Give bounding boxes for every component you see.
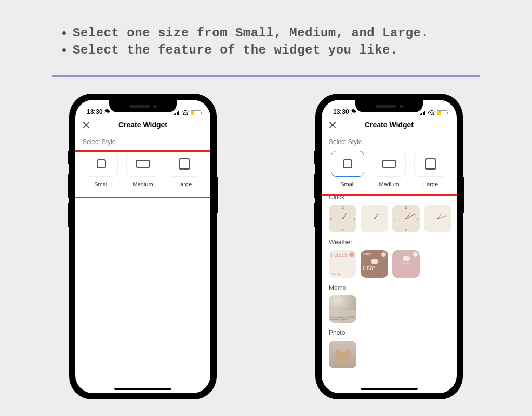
category-label-clock: Clock: [329, 193, 449, 201]
memo-text: Some text here to You like Memories. Enj…: [330, 316, 355, 321]
phone-frame-left: 13:30 Create Widget Select Style: [69, 94, 217, 399]
teddy-bear-icon: [336, 352, 350, 366]
side-button: [314, 174, 315, 198]
select-style-label: Select Style: [83, 138, 203, 146]
weather-widget-1[interactable]: Feb.13 Cloudy: [329, 250, 356, 278]
cellular-icon: [420, 111, 425, 115]
size-option-medium[interactable]: Medium: [370, 151, 408, 187]
category-label-weather: Weather: [329, 239, 449, 246]
home-indicator: [114, 388, 171, 390]
size-label: Small: [340, 181, 355, 187]
side-button: [463, 177, 464, 213]
size-label: Large: [177, 181, 192, 187]
badge-icon: [349, 252, 354, 257]
size-option-small[interactable]: Small: [329, 151, 366, 187]
weather-cond: Cloudy: [331, 272, 354, 276]
side-button: [68, 203, 69, 227]
cellular-icon: [174, 111, 179, 115]
page-title: Create Widget: [118, 121, 167, 129]
instruction-item-1: Select one size from Small, Medium, and …: [73, 26, 475, 40]
select-style-label: Select Style: [329, 138, 449, 146]
size-option-small[interactable]: Small: [83, 151, 120, 187]
side-button: [217, 177, 218, 213]
phone-frame-right: 13:30 Create Widget Select Style: [315, 94, 463, 399]
photo-widget-1[interactable]: [329, 341, 356, 368]
page-title: Create Widget: [365, 121, 414, 129]
size-label: Large: [423, 181, 438, 187]
clock-widget-4[interactable]: [424, 205, 451, 232]
instruction-item-2: Select the feature of the widget you lik…: [73, 43, 475, 57]
clock-widget-2[interactable]: [361, 205, 388, 232]
weather-widget-3[interactable]: Cloudy: [392, 250, 420, 278]
home-indicator: [361, 388, 418, 390]
size-option-large[interactable]: Large: [412, 151, 449, 187]
battery-icon: [191, 110, 201, 115]
dnd-moon-icon: [103, 108, 111, 115]
notch: [109, 100, 177, 112]
cloud-icon: [403, 256, 410, 261]
side-button: [314, 151, 315, 164]
size-option-medium[interactable]: Medium: [124, 151, 162, 187]
wifi-icon: [182, 110, 189, 115]
status-time: 13:30: [333, 108, 349, 115]
notch: [355, 100, 423, 112]
category-label-photo: Photo: [329, 329, 449, 336]
size-label: Medium: [132, 181, 153, 187]
category-label-memo: Memo: [329, 284, 449, 291]
side-button: [314, 203, 315, 227]
clock-widget-3[interactable]: 123 69: [392, 205, 420, 232]
size-label: Medium: [379, 181, 399, 187]
battery-icon: [437, 110, 447, 115]
close-icon[interactable]: [329, 121, 336, 128]
badge-icon: [381, 252, 386, 257]
weather-temp: 6.56°: [363, 266, 386, 271]
size-option-large[interactable]: Large: [166, 151, 203, 187]
badge-icon: [413, 252, 418, 257]
status-time: 13:30: [87, 108, 103, 115]
side-button: [68, 174, 69, 198]
weather-widget-2[interactable]: Vegas 6.56°: [361, 250, 388, 278]
cloud-icon: [371, 259, 378, 264]
side-button: [68, 151, 69, 164]
dnd-moon-icon: [350, 108, 357, 115]
size-label: Small: [94, 181, 109, 187]
weather-cond: Cloudy: [394, 262, 418, 265]
clock-widget-1[interactable]: 123 69: [329, 205, 356, 232]
divider-line: [52, 75, 480, 77]
memo-widget-1[interactable]: Some text here to You like Memories. Enj…: [329, 295, 356, 323]
instruction-block: Select one size from Small, Medium, and …: [57, 26, 475, 60]
wifi-icon: [428, 110, 435, 115]
close-icon[interactable]: [83, 121, 90, 128]
